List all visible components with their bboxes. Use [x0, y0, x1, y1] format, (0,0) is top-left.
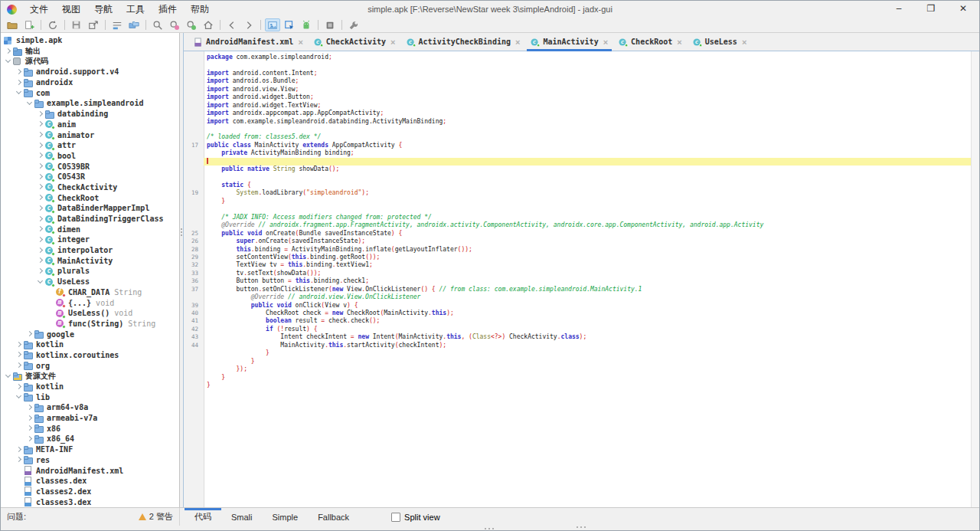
tree-item[interactable]: CHAR_DATAString	[1, 287, 179, 298]
bottom-tab-code[interactable]: 代码	[185, 508, 221, 526]
tree-item[interactable]: {...}void	[1, 297, 179, 308]
tree-expand-icon[interactable]	[4, 372, 13, 381]
tree-item[interactable]: android.support.v4	[1, 67, 179, 77]
tree-expand-icon[interactable]	[36, 246, 45, 255]
open-file-button[interactable]	[5, 18, 20, 31]
tree-item[interactable]: UseLess	[1, 277, 179, 287]
tree-expand-icon[interactable]	[25, 414, 34, 423]
tree-item[interactable]: classes2.dex	[1, 487, 179, 497]
bottom-tab-smali[interactable]: Smali	[221, 508, 263, 526]
tree-item[interactable]: bool	[1, 151, 179, 162]
save-all-button[interactable]	[69, 18, 84, 31]
tree-item[interactable]: META-INF	[1, 444, 179, 455]
tree-expand-icon[interactable]	[36, 172, 45, 182]
tree-item[interactable]: org	[1, 360, 179, 371]
tree-item[interactable]: arm64-v8a	[1, 402, 179, 413]
tree-expand-icon[interactable]	[36, 182, 45, 192]
tree-expand-icon[interactable]	[36, 193, 45, 202]
tree-item[interactable]: 源代码	[1, 56, 179, 67]
tree-item[interactable]: DataBinderMapperImpl	[1, 203, 179, 214]
menu-item[interactable]: 文件	[23, 1, 55, 18]
tree-expand-icon[interactable]	[4, 57, 13, 66]
tree-item[interactable]: AndroidManifest.xml	[1, 465, 179, 476]
tree-expand-icon[interactable]	[15, 340, 24, 349]
add-files-button[interactable]	[21, 18, 37, 31]
tree-expand-icon[interactable]	[36, 204, 45, 213]
tree-item[interactable]: example.simpleandroid	[1, 98, 179, 109]
bottom-tab-fallback[interactable]: Fallback	[308, 508, 359, 526]
tree-item[interactable]: plurals	[1, 266, 179, 277]
tree-item[interactable]: integer	[1, 234, 179, 245]
tab-checkactivity[interactable]: CheckActivity×	[309, 33, 401, 51]
split-view-toggle[interactable]: Split view	[391, 508, 439, 526]
tree-item[interactable]: C0543R	[1, 172, 179, 182]
back-button[interactable]	[224, 18, 240, 31]
tree-expand-icon[interactable]	[36, 267, 45, 276]
sidebar-splitter[interactable]	[180, 33, 183, 507]
tree-item[interactable]: 输出	[1, 46, 179, 57]
tree-item[interactable]: x86_64	[1, 434, 179, 444]
tree-item[interactable]: C0539BR	[1, 161, 179, 172]
tree-item[interactable]: CheckRoot	[1, 192, 179, 203]
flatten-packages-button[interactable]	[109, 18, 125, 31]
tree-item[interactable]: kotlin	[1, 339, 179, 350]
tree-item[interactable]: UseLess()void	[1, 308, 179, 319]
tab-close-icon[interactable]: ×	[515, 38, 520, 47]
editor-scrollbar[interactable]	[971, 51, 979, 507]
menu-item[interactable]: 视图	[55, 1, 87, 18]
tree-expand-icon[interactable]	[36, 162, 45, 171]
menu-item[interactable]: 工具	[119, 1, 152, 18]
preferences-button[interactable]	[346, 18, 361, 31]
tree-item[interactable]: anim	[1, 120, 179, 130]
tree-expand-icon[interactable]	[36, 235, 45, 244]
tree-item[interactable]: MainActivity	[1, 255, 179, 266]
tree-expand-icon[interactable]	[25, 434, 34, 444]
tree-item[interactable]: 资源文件	[1, 371, 179, 382]
tree-expand-icon[interactable]	[25, 424, 34, 433]
tree-expand-icon[interactable]	[25, 329, 34, 339]
tab-useless[interactable]: UseLess×	[688, 33, 753, 51]
tree-expand-icon[interactable]	[36, 151, 45, 160]
tree-item[interactable]: dimen	[1, 224, 179, 234]
tab-close-icon[interactable]: ×	[298, 38, 302, 47]
problems-bar[interactable]: 问题: 2 警告	[1, 508, 180, 526]
quark-analysis-button[interactable]	[282, 18, 297, 31]
maximize-button[interactable]: ❐	[915, 1, 947, 18]
warnings-badge[interactable]: 2 警告	[139, 511, 173, 523]
tree-expand-icon[interactable]	[36, 141, 45, 150]
tab-mainactivity[interactable]: MainActivity×	[525, 33, 613, 51]
split-view-checkbox[interactable]	[391, 513, 400, 522]
tree-item[interactable]: classes3.dex	[1, 497, 179, 507]
comment-search-button[interactable]	[184, 18, 199, 31]
minimize-button[interactable]: –	[883, 1, 915, 18]
tree-expand-icon[interactable]	[36, 130, 45, 139]
forward-button[interactable]	[241, 18, 256, 31]
tab-close-icon[interactable]: ×	[603, 38, 608, 47]
tree-item[interactable]: interpolator	[1, 245, 179, 256]
export-button[interactable]	[86, 18, 101, 31]
splitter-grip-icon[interactable]	[577, 526, 578, 528]
tab-activitycheckbinding[interactable]: ActivityCheckBinding×	[401, 33, 526, 51]
tab-close-icon[interactable]: ×	[677, 38, 681, 47]
tree-expand-icon[interactable]	[15, 455, 24, 464]
goto-main-activity-button[interactable]	[201, 18, 216, 31]
tree-expand-icon[interactable]	[36, 120, 45, 129]
tree-expand-icon[interactable]	[15, 382, 24, 392]
tree-expand-icon[interactable]	[4, 47, 13, 56]
tree-expand-icon[interactable]	[15, 67, 24, 77]
tree-expand-icon[interactable]	[36, 215, 45, 224]
tree-item[interactable]: google	[1, 329, 179, 339]
menu-item[interactable]: 导航	[87, 1, 119, 18]
tree-expand-icon[interactable]	[15, 445, 24, 454]
tree-item[interactable]: simple.apk	[1, 35, 179, 46]
tree-item[interactable]: classes.dex	[1, 476, 179, 487]
tab-close-icon[interactable]: ×	[390, 38, 395, 47]
tree-expand-icon[interactable]	[15, 350, 24, 359]
menu-item[interactable]: 帮助	[184, 1, 216, 18]
adb-debugger-button[interactable]	[299, 18, 314, 31]
tab-close-icon[interactable]: ×	[742, 38, 746, 47]
tree-item[interactable]: armeabi-v7a	[1, 413, 179, 424]
class-search-button[interactable]	[167, 18, 182, 31]
sync-with-editor-button[interactable]	[126, 18, 142, 31]
tree-item[interactable]: CheckActivity	[1, 182, 179, 193]
